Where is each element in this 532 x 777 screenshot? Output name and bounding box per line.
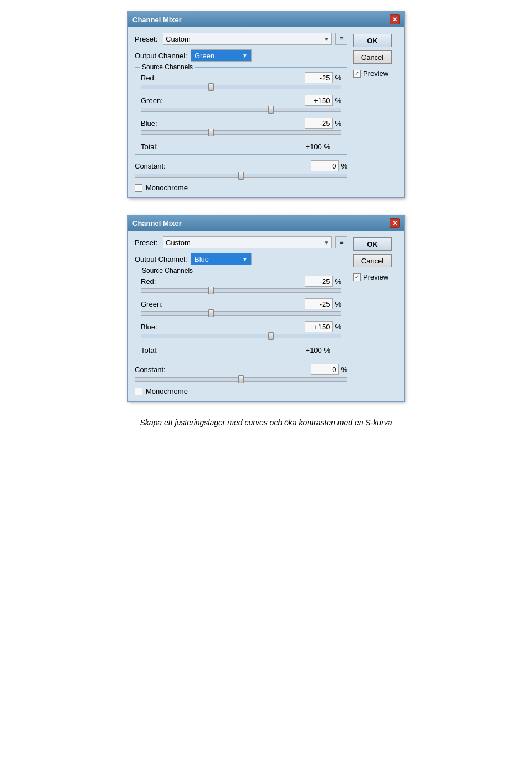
source-channels-legend-2: Source Channels <box>140 267 195 275</box>
green-value-input-1[interactable]: +150 <box>305 95 332 106</box>
preset-label-2: Preset: <box>135 238 160 247</box>
monochrome-checkbox-1[interactable] <box>135 184 142 192</box>
cancel-button-2[interactable]: Cancel <box>353 254 392 267</box>
source-channels-group-1: Source Channels Red: -25 % <box>135 67 347 155</box>
green-slider-thumb-1[interactable] <box>268 106 274 114</box>
preview-checkbox-2[interactable]: ✓ <box>353 273 361 281</box>
dialog1-body: Preset: Custom ▼ ≡ Output Channel: Green… <box>128 27 404 197</box>
constant-value-input-1[interactable]: 0 <box>311 160 339 171</box>
red-slider-thumb-2[interactable] <box>208 287 214 294</box>
output-channel-row-2: Output Channel: Blue ▼ <box>135 253 347 265</box>
preset-row-2: Preset: Custom ▼ ≡ <box>135 236 347 248</box>
dialog2-main: Preset: Custom ▼ ≡ Output Channel: Blue … <box>135 236 347 395</box>
red-value-group-2: -25 % <box>305 276 341 287</box>
output-channel-value-1: Green <box>195 52 214 60</box>
total-value-2: +100 % <box>306 346 330 354</box>
blue-slider-1[interactable] <box>141 130 341 135</box>
preset-dropdown-arrow-1: ▼ <box>324 36 329 42</box>
red-label-1: Red: <box>141 74 168 82</box>
green-slider-1[interactable] <box>141 108 341 112</box>
red-label-2: Red: <box>141 277 168 286</box>
red-channel-row-1: Red: -25 % <box>141 72 341 89</box>
bottom-text: Skapa ett justeringslager med curves och… <box>11 418 521 427</box>
red-slider-2[interactable] <box>141 288 341 293</box>
constant-slider-thumb-1[interactable] <box>238 172 244 180</box>
dialog1-wrapper: Channel Mixer ✕ Preset: Custom ▼ ≡ <box>11 11 521 198</box>
ok-button-2[interactable]: OK <box>353 237 392 251</box>
constant-percent-2: % <box>341 365 347 374</box>
green-channel-row-1: Green: +150 % <box>141 95 341 112</box>
monochrome-label-2: Monochrome <box>146 387 188 395</box>
preset-icon-btn-1[interactable]: ≡ <box>335 33 347 45</box>
constant-slider-2[interactable] <box>135 377 347 382</box>
red-channel-row-2: Red: -25 % <box>141 276 341 293</box>
constant-slider-thumb-2[interactable] <box>238 375 244 383</box>
blue-slider-2[interactable] <box>141 334 341 338</box>
total-row-2: Total: +100 % <box>141 344 341 354</box>
preset-row-1: Preset: Custom ▼ ≡ <box>135 33 347 45</box>
blue-label-1: Blue: <box>141 119 168 128</box>
blue-value-group-1: -25 % <box>305 118 341 129</box>
total-value-1: +100 % <box>306 143 330 151</box>
red-value-input-2[interactable]: -25 <box>305 276 332 287</box>
blue-channel-row-1: Blue: -25 % <box>141 118 341 135</box>
red-value-input-1[interactable]: -25 <box>305 72 332 83</box>
green-channel-top-1: Green: +150 % <box>141 95 341 106</box>
green-value-input-2[interactable]: -25 <box>305 298 332 309</box>
preset-value-1: Custom <box>166 35 191 43</box>
blue-percent-1: % <box>335 119 341 128</box>
blue-slider-thumb-2[interactable] <box>268 332 274 340</box>
green-slider-thumb-2[interactable] <box>208 309 214 317</box>
monochrome-row-1[interactable]: Monochrome <box>135 184 347 192</box>
preset-icon-btn-2[interactable]: ≡ <box>335 236 347 248</box>
monochrome-checkbox-2[interactable] <box>135 388 142 395</box>
blue-label-2: Blue: <box>141 323 168 331</box>
red-percent-1: % <box>335 74 341 82</box>
blue-value-input-1[interactable]: -25 <box>305 118 332 129</box>
preset-icon-2: ≡ <box>339 238 343 246</box>
output-channel-dropdown-2[interactable]: Blue ▼ <box>191 253 252 265</box>
monochrome-row-2[interactable]: Monochrome <box>135 387 347 395</box>
preset-label-1: Preset: <box>135 35 160 43</box>
monochrome-label-1: Monochrome <box>146 184 188 192</box>
blue-slider-thumb-1[interactable] <box>208 129 214 136</box>
channel-mixer-dialog-1: Channel Mixer ✕ Preset: Custom ▼ ≡ <box>127 11 405 198</box>
output-channel-arrow-1: ▼ <box>242 53 248 59</box>
green-percent-1: % <box>335 97 341 105</box>
constant-slider-1[interactable] <box>135 174 347 178</box>
red-slider-thumb-1[interactable] <box>208 83 214 91</box>
output-channel-dropdown-1[interactable]: Green ▼ <box>191 49 252 62</box>
preview-checkbox-1[interactable]: ✓ <box>353 70 361 78</box>
green-percent-2: % <box>335 300 341 308</box>
cancel-button-1[interactable]: Cancel <box>353 50 392 64</box>
preset-value-2: Custom <box>166 238 191 247</box>
source-channels-group-2: Source Channels Red: -25 % <box>135 271 347 358</box>
red-slider-1[interactable] <box>141 85 341 89</box>
preview-row-1[interactable]: ✓ Preview <box>353 69 397 78</box>
constant-row-1: Constant: 0 % <box>135 160 347 171</box>
total-label-2: Total: <box>141 346 158 354</box>
preset-dropdown-1[interactable]: Custom ▼ <box>163 33 332 45</box>
preview-row-2[interactable]: ✓ Preview <box>353 273 397 281</box>
output-channel-arrow-2: ▼ <box>242 256 248 262</box>
dialog2-wrapper: Channel Mixer ✕ Preset: Custom ▼ ≡ <box>11 215 521 402</box>
blue-channel-row-2: Blue: +150 % <box>141 321 341 338</box>
green-value-group-1: +150 % <box>305 95 341 106</box>
blue-value-input-2[interactable]: +150 <box>305 321 332 332</box>
preset-dropdown-2[interactable]: Custom ▼ <box>163 236 332 248</box>
ok-button-1[interactable]: OK <box>353 34 392 47</box>
green-value-group-2: -25 % <box>305 298 341 309</box>
constant-section-2: Constant: 0 % <box>135 364 347 382</box>
close-button-1[interactable]: ✕ <box>390 14 400 24</box>
red-percent-2: % <box>335 277 341 286</box>
constant-label-2: Constant: <box>135 365 166 374</box>
green-slider-2[interactable] <box>141 311 341 316</box>
preview-label-1: Preview <box>363 69 388 78</box>
constant-value-input-2[interactable]: 0 <box>311 364 339 375</box>
close-button-2[interactable]: ✕ <box>390 218 400 228</box>
blue-channel-top-1: Blue: -25 % <box>141 118 341 129</box>
blue-percent-2: % <box>335 323 341 331</box>
source-channels-legend-1: Source Channels <box>140 63 195 71</box>
channel-mixer-dialog-2: Channel Mixer ✕ Preset: Custom ▼ ≡ <box>127 215 405 402</box>
green-channel-top-2: Green: -25 % <box>141 298 341 309</box>
